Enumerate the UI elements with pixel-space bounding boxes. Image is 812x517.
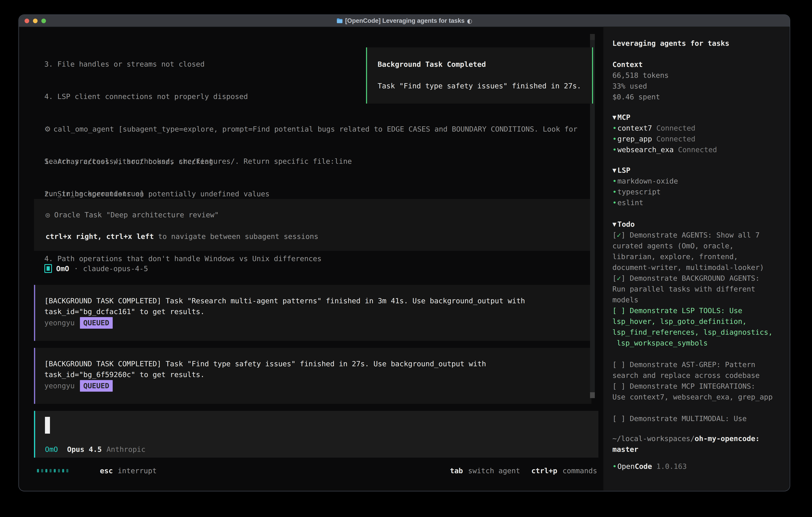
traffic-lights — [25, 15, 46, 27]
zoom-button[interactable] — [41, 19, 46, 23]
checkbox-empty-icon — [617, 360, 621, 369]
oracle-task-label: Oracle Task "Deep architecture review" — [50, 211, 219, 219]
checkbox-empty-icon — [617, 382, 621, 390]
workspace-path: ~/local-workspaces/oh-my-opencode: — [612, 433, 775, 444]
switch-agent-hint: tab switch agent — [450, 465, 520, 476]
task-card: [BACKGROUND TASK COMPLETED] Task "Resear… — [34, 285, 591, 341]
mcp-header[interactable]: ▼MCP — [612, 112, 775, 123]
todo-item: [ ] Demonstrate MULTIMODAL: Use — [612, 413, 775, 424]
keybind-hints: tab switch agent ctrl+p commands — [450, 465, 597, 476]
mcp-heading: MCP — [617, 112, 630, 123]
oracle-task-line: ◎ Oracle Task "Deep architecture review" — [46, 210, 591, 220]
input-model-row: OmO Opus 4.5 Anthropic — [45, 444, 145, 455]
interrupt-hint: esc interrupt — [100, 465, 157, 476]
agent-header: OmO · claude-opus-4-5 — [45, 263, 148, 274]
minimize-button[interactable] — [33, 19, 37, 23]
version-row: •OpenCode 1.0.163 — [612, 461, 775, 472]
checkbox-empty-icon — [617, 306, 621, 315]
oracle-task-panel: ◎ Oracle Task "Deep architecture review"… — [34, 199, 591, 251]
app-name-bold: Code — [635, 461, 652, 472]
sidebar-title-block: Leveraging agents for tasks — [612, 38, 775, 49]
bullseye-icon: ◎ — [46, 211, 50, 219]
tab-action: switch agent — [468, 465, 520, 476]
todo-item: [ ] Demonstrate LSP TOOLS: Use lsp_hover… — [612, 305, 775, 349]
task-card-meta: yeongyuQUEUED — [45, 380, 591, 392]
bullet-icon: • — [612, 197, 617, 208]
chevron-down-icon: ▼ — [612, 219, 617, 230]
todo-item: [✓] Demonstrate BACKGROUND AGENTS: Run p… — [612, 273, 775, 305]
esc-key: esc — [100, 465, 113, 476]
bullet-icon: • — [612, 187, 617, 197]
gear-icon: ⚙ — [45, 124, 51, 135]
agent-model: claude-opus-4-5 — [83, 265, 148, 273]
task-card-line: [BACKGROUND TASK COMPLETED] Task "Find t… — [45, 358, 591, 369]
input-model-name: Opus 4.5 — [67, 444, 102, 455]
mcp-status: Connected — [678, 144, 717, 155]
hint-text: to navigate between subagent sessions — [154, 232, 318, 241]
lsp-heading: LSP — [617, 165, 630, 176]
chevron-down-icon: ▼ — [612, 165, 617, 176]
folder-icon — [337, 18, 343, 24]
commands-hint: ctrl+p commands — [531, 465, 597, 476]
ctrlp-action: commands — [562, 465, 597, 476]
agent-name: OmO — [56, 265, 69, 273]
todo-text: Demonstrate AGENTS: Show all 7 curated a… — [612, 231, 764, 272]
notification-body: Task "Find type safety issues" finished … — [378, 81, 592, 91]
moon-icon: ◐ — [467, 18, 472, 24]
mcp-item: •context7 Connected — [612, 123, 775, 134]
version-block: •OpenCode 1.0.163 — [612, 461, 775, 472]
prompt-input[interactable]: OmO Opus 4.5 Anthropic — [34, 411, 599, 458]
window-title-text: [OpenCode] Leveraging agents for tasks — [345, 17, 465, 24]
text-cursor — [45, 417, 50, 434]
task-card-line: [BACKGROUND TASK COMPLETED] Task "Resear… — [45, 296, 591, 306]
close-button[interactable] — [25, 19, 29, 23]
context-tokens: 66,518 tokens — [612, 70, 775, 81]
bullet-icon: • — [612, 134, 617, 144]
main-scrollbar-thumb[interactable] — [590, 392, 595, 398]
workspace-path-prefix: ~/local-workspaces/ — [612, 434, 695, 443]
workspace-block: ~/local-workspaces/oh-my-opencode: maste… — [612, 433, 775, 455]
context-heading: Context — [612, 59, 775, 70]
check-icon: ✓ — [617, 274, 621, 282]
username: yeongyu — [45, 319, 75, 327]
task-card-line: task_id="bg_6f59260c" to get results. — [45, 369, 591, 380]
navigation-hint: ctrl+x right, ctrl+x left to navigate be… — [46, 231, 591, 242]
todo-text: Demonstrate AST-GREP: Pattern search and… — [612, 360, 760, 379]
todo-header[interactable]: ▼Todo — [612, 219, 775, 230]
mcp-item: •grep_app Connected — [612, 134, 775, 144]
status-badge: QUEUED — [80, 317, 113, 329]
todo-text: Demonstrate LSP TOOLS: Use lsp_hover, ls… — [612, 306, 773, 347]
status-bar: esc interrupt tab switch agent ctrl+p co… — [19, 465, 594, 476]
workspace-repo: oh-my-opencode: — [695, 434, 760, 443]
session-sidebar: Leveraging agents for tasks Context 66,5… — [603, 27, 789, 490]
ctrlp-key: ctrl+p — [531, 465, 557, 476]
app-name: Open — [617, 461, 635, 472]
mcp-name: grep_app — [617, 134, 652, 144]
mcp-name: websearch_exa — [617, 144, 674, 155]
esc-action: interrupt — [118, 465, 157, 476]
task-card: [BACKGROUND TASK COMPLETED] Task "Find t… — [34, 348, 591, 404]
tab-key: tab — [450, 465, 463, 476]
task-card-line: task_id="bg_dcfac161" to get results. — [45, 306, 591, 317]
todo-item: [ ] Demonstrate MCP INTEGRATIONS: Use co… — [612, 381, 775, 403]
tool-call-text: call_omo_agent [subagent_type=explore, p… — [53, 125, 577, 133]
lsp-name: typescript — [617, 187, 661, 197]
tool-call-line: 1. Array access without bounds checking — [45, 156, 592, 167]
hint-keys: ctrl+x right, ctrl+x left — [46, 232, 154, 241]
bullet-icon: • — [612, 144, 617, 155]
todo-text: Demonstrate BACKGROUND AGENTS: Run paral… — [612, 274, 760, 304]
main-scrollbar-top-cap — [590, 34, 595, 40]
bullet-icon: • — [612, 461, 617, 472]
window-titlebar[interactable]: [OpenCode] Leveraging agents for tasks ◐ — [19, 15, 790, 27]
separator-dot: · — [74, 265, 78, 273]
lsp-item: •eslint — [612, 197, 775, 208]
lsp-header[interactable]: ▼LSP — [612, 165, 775, 176]
workspace-branch: master — [612, 444, 775, 455]
lsp-name: markdown-oxide — [617, 176, 678, 187]
check-icon: ✓ — [617, 231, 621, 239]
window-title: [OpenCode] Leveraging agents for tasks ◐ — [337, 17, 472, 24]
mcp-name: context7 — [617, 123, 652, 134]
lsp-name: eslint — [617, 197, 643, 208]
lsp-section: ▼LSP •markdown-oxide •typescript •eslint — [612, 165, 775, 208]
agent-checkbox-icon — [45, 264, 52, 273]
